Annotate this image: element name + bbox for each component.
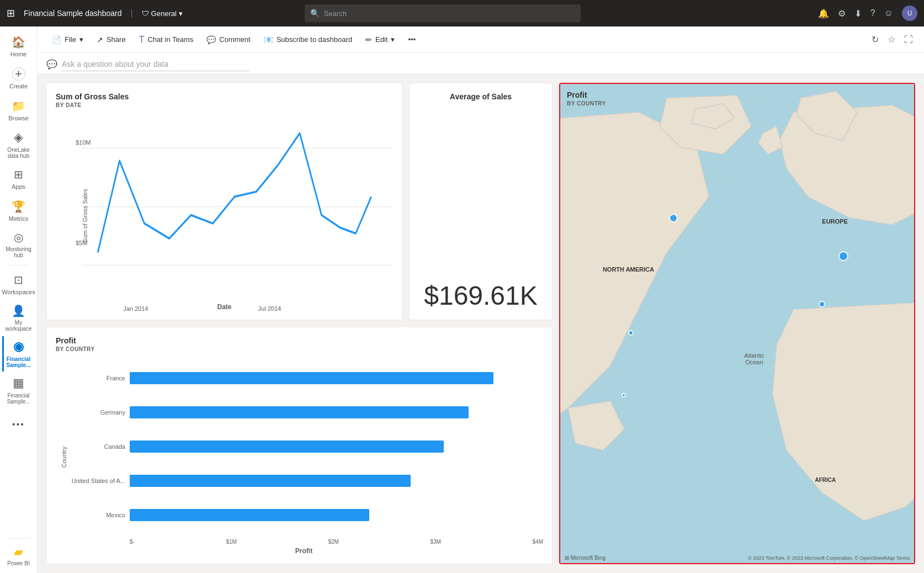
subscribe-button[interactable]: 📧 Subscribe to dashboard [258,33,358,46]
gross-y-label: Sum of Gross Sales [82,189,88,243]
refresh-icon[interactable]: ↻ [869,32,881,47]
bar-fill-france [130,372,493,384]
map-credit: © 2023 TomTom, © 2023 Microsoft Corporat… [748,555,910,561]
shield-icon: 🛡 [142,9,149,18]
help-icon[interactable]: ? [870,8,875,18]
sidebar-bottom-divider [8,538,30,539]
line-chart-svg [82,115,393,299]
avg-sales-value: $169.61K [424,280,538,311]
content-area: 📄 File ▾ ↗ Share T Chat in Teams 💬 Comme… [38,26,924,573]
sidebar-item-financial[interactable]: ◉ FinancialSample... [2,336,35,372]
profit-y-label: Country [61,446,67,468]
file-button[interactable]: 📄 File ▾ [46,33,89,46]
map-title-overlay: Profit BY COUNTRY [567,91,606,113]
topbar: ⊞ Financial Sample dashboard | 🛡 General… [0,0,924,26]
edit-button[interactable]: ✏ Edit ▾ [360,33,400,46]
fullscreen-icon[interactable]: ⛶ [902,33,915,47]
sidebar: 🏠 Home + Create 📁 Browse ◈ OneLakedata h… [0,26,38,573]
ask-bar: 💬 [38,53,924,74]
subscribe-icon: 📧 [264,35,273,44]
topbar-icons: 🔔 ⚙ ⬇ ? ☺ U [818,6,917,21]
bing-logo: ⊞ Microsoft Bing [565,555,606,561]
more-icon: ••• [12,420,25,429]
browse-icon: 📁 [12,99,25,113]
bar-rows: France Germany [65,359,543,539]
onelake-icon: ◈ [14,130,23,145]
ask-input[interactable] [62,57,249,71]
sidebar-item-more[interactable]: ••• [2,409,35,440]
sidebar-item-browse[interactable]: 📁 Browse [2,95,35,126]
gross-chart-container: Sum of Gross Sales $10M $5M Jan 2014 [56,115,393,316]
map-label-africa: AFRICA [815,477,836,483]
main-layout: 🏠 Home + Create 📁 Browse ◈ OneLakedata h… [0,26,924,573]
financial-active-icon: ◉ [13,339,24,354]
bar-label-germany: Germany [65,409,125,416]
x-tick-jan2014: Jan 2014 [123,305,148,312]
teams-icon: T [139,35,145,45]
page-title: Financial Sample dashboard [24,9,121,18]
bar-track-france [130,372,543,384]
sidebar-item-financial2[interactable]: ▦ FinancialSample... [2,373,35,408]
myworkspace-icon: 👤 [12,304,25,317]
grid-icon[interactable]: ⊞ [7,7,15,19]
home-icon: 🏠 [12,35,25,49]
more-icon: ••• [408,35,416,44]
sidebar-item-apps[interactable]: ⊞ Apps [2,163,35,194]
sidebar-item-onelake[interactable]: ◈ OneLakedata hub [2,127,35,162]
search-icon: 🔍 [310,9,320,18]
comment-button[interactable]: 💬 Comment [201,33,256,46]
search-bar[interactable]: 🔍 [305,4,581,22]
search-input[interactable] [324,9,575,18]
bar-track-mexico [130,509,543,521]
map-label-atlantic: AtlanticOcean [744,352,764,365]
map-content: Profit BY COUNTRY [560,84,914,563]
sidebar-item-workspaces[interactable]: ⊡ Workspaces [2,269,35,300]
tile-profit-map: Profit BY COUNTRY [559,83,915,564]
sidebar-item-myworkspace[interactable]: 👤 Myworkspace [2,301,35,335]
sidebar-divider [8,265,30,266]
toolbar: 📄 File ▾ ↗ Share T Chat in Teams 💬 Comme… [38,26,924,53]
share-button[interactable]: ↗ Share [91,33,131,46]
x-tick-1m: $1M [226,539,236,545]
file-chevron: ▾ [79,35,83,44]
metrics-icon: 🏆 [12,200,25,213]
profit-bar-container: Country France Germany [56,359,543,555]
bar-label-france: France [65,375,125,381]
tile-gross-sales: Sum of Gross Sales BY DATE Sum of Gross … [46,83,402,320]
sidebar-bottom: ▰ Power BI [2,536,35,569]
file-icon: 📄 [52,35,61,44]
settings-icon[interactable]: ⚙ [838,8,846,19]
sidebar-item-monitoring[interactable]: ◎ Monitoringhub [2,227,35,262]
share-icon: ↗ [97,35,103,44]
bar-track-canada [130,441,543,453]
map-tile-title: Profit [567,91,606,99]
avatar[interactable]: U [902,6,917,21]
sidebar-item-metrics[interactable]: 🏆 Metrics [2,195,35,226]
tile-profit-country: Profit BY COUNTRY Country France [46,327,553,564]
powerbi-logo: ▰ Power BI [2,542,35,569]
chat-in-teams-button[interactable]: T Chat in Teams [134,33,199,47]
bar-fill-canada [130,441,444,453]
face-icon[interactable]: ☺ [884,8,893,18]
workspace-badge[interactable]: 🛡 General ▾ [142,9,183,18]
apps-icon: ⊞ [14,168,23,181]
download-icon[interactable]: ⬇ [854,8,862,19]
bar-label-usa: United States of A... [65,478,125,484]
toolbar-right: ↻ ☆ ⛶ [869,32,915,47]
notification-icon[interactable]: 🔔 [818,8,829,19]
sidebar-item-home[interactable]: 🏠 Home [2,31,35,62]
sidebar-item-create[interactable]: + Create [2,63,35,94]
chevron-down-icon: ▾ [179,9,183,18]
dashboard-grid: Sum of Gross Sales BY DATE Sum of Gross … [38,74,924,573]
more-button[interactable]: ••• [402,33,421,46]
comment-icon: 💬 [206,35,216,44]
financial2-icon: ▦ [13,376,24,390]
tile-gross-title: Sum of Gross Sales [56,92,393,101]
monitoring-icon: ◎ [14,231,23,244]
y-tick-5m: $5M [76,240,87,246]
bar-fill-germany [130,406,469,418]
star-icon[interactable]: ☆ [885,32,898,47]
x-tick-3m: $3M [431,539,441,545]
profit-x-label: Profit [65,547,543,555]
tile-avg-title: Average of Sales [418,92,543,101]
